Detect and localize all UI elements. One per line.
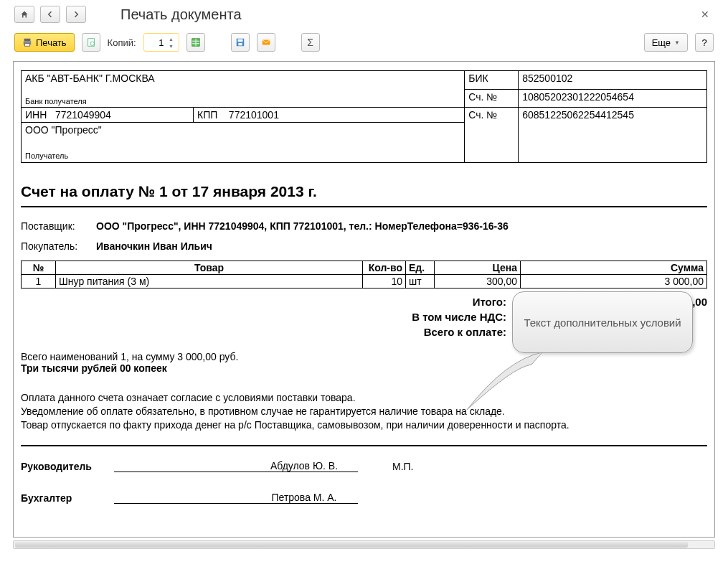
- bank-details-table: АКБ "АВТ-БАНК" Г.МОСКВА Банк получателя …: [21, 70, 707, 163]
- preview-icon: [86, 37, 96, 47]
- kpp-value: 772101001: [229, 109, 279, 121]
- summary-words: Три тысячи рублей 00 копеек: [21, 362, 707, 374]
- table-icon: [191, 37, 201, 47]
- kpp-label: КПП: [197, 109, 217, 121]
- rule: [21, 206, 707, 207]
- payer-acc-label: Сч. №: [465, 108, 519, 163]
- more-button[interactable]: Еще ▼: [644, 33, 688, 52]
- cell-unit: шт: [406, 275, 435, 288]
- envelope-icon: [261, 37, 271, 47]
- copies-spinner[interactable]: ▲ ▼: [167, 35, 176, 50]
- bank-name: АКБ "АВТ-БАНК" Г.МОСКВА: [25, 72, 460, 84]
- col-sum: Сумма: [521, 261, 707, 275]
- bank-acc-value: 10805202301222054654: [519, 89, 707, 108]
- items-table: № Товар Кол-во Ед. Цена Сумма 1 Шнур пит…: [21, 261, 707, 288]
- recipient-label: Получатель: [25, 151, 460, 160]
- page-title: Печать документа: [120, 6, 242, 23]
- table-row: 1 Шнур питания (3 м) 10 шт 300,00 3 000,…: [22, 275, 707, 288]
- email-button[interactable]: [257, 33, 275, 52]
- scrollbar-thumb[interactable]: [15, 542, 688, 548]
- terms-l2: Уведомление об оплате обязательно, в про…: [21, 405, 707, 418]
- forward-button[interactable]: [66, 6, 86, 23]
- acc-label: Бухгалтер: [21, 492, 114, 504]
- svg-rect-0: [24, 39, 31, 42]
- chevron-down-icon: ▼: [674, 39, 680, 46]
- payer-name: ООО "Прогресс": [25, 124, 460, 136]
- back-button[interactable]: [40, 6, 60, 23]
- recipient-bank-label: Банк получателя: [25, 97, 460, 105]
- cell-name: Шнур питания (3 м): [56, 275, 363, 288]
- callout-text: Текст дополнительных условий: [524, 316, 681, 329]
- supplier-value: ООО "Прогресс", ИНН 7721049904, КПП 7721…: [96, 220, 707, 232]
- acc-name: Петрова М. А.: [250, 492, 358, 504]
- callout: Текст дополнительных условий: [512, 291, 693, 353]
- invoice-title: Счет на оплату № 1 от 17 января 2013 г.: [21, 183, 707, 200]
- sig-head-row: Руководитель Абдулов Ю. В. М.П.: [21, 459, 707, 472]
- cell-num: 1: [22, 275, 56, 288]
- cell-sum: 3 000,00: [521, 275, 707, 288]
- svg-rect-2: [25, 44, 30, 47]
- terms: Оплата данного счета означает согласие с…: [21, 391, 707, 432]
- copies-label: Копий:: [108, 37, 136, 48]
- head-sign-line: [114, 459, 250, 472]
- floppy-icon: [235, 37, 245, 47]
- bik-value: 852500102: [519, 71, 707, 90]
- spin-up-icon[interactable]: ▲: [167, 35, 176, 42]
- sigma-icon: Σ: [307, 37, 313, 48]
- callout-tail-icon: [463, 349, 549, 413]
- col-num: №: [22, 261, 56, 275]
- col-qty: Кол-во: [363, 261, 406, 275]
- vsego-label: Всего к оплате:: [21, 326, 521, 338]
- col-unit: Ед.: [406, 261, 435, 275]
- bank-acc-label: Сч. №: [465, 89, 519, 108]
- preview-button[interactable]: [82, 33, 100, 52]
- terms-l1: Оплата данного счета означает согласие с…: [21, 391, 707, 405]
- toolbar: Печать Копий: ▲ ▼ Σ Еще ▼ ?: [0, 29, 728, 60]
- svg-rect-8: [238, 43, 242, 46]
- nds-label: В том числе НДС:: [21, 311, 521, 323]
- printer-icon: [22, 37, 32, 47]
- spin-down-icon[interactable]: ▼: [167, 42, 176, 50]
- print-label: Печать: [36, 37, 67, 48]
- buyer-label: Покупатель:: [21, 240, 96, 252]
- horizontal-scrollbar[interactable]: [13, 540, 715, 549]
- sig-rule: [21, 445, 707, 446]
- home-icon: [20, 10, 29, 19]
- supplier-label: Поставщик:: [21, 220, 96, 232]
- cell-qty: 10: [363, 275, 406, 288]
- summary: Всего наименований 1, на сумму 3 000,00 …: [21, 351, 707, 374]
- buyer-row: Покупатель: Иваночкин Иван Ильич: [21, 240, 707, 252]
- help-label: ?: [701, 37, 706, 48]
- home-button[interactable]: [14, 6, 34, 23]
- arrow-left-icon: [46, 10, 55, 19]
- terms-l3: Товар отпускается по факту прихода денег…: [21, 418, 707, 432]
- col-name: Товар: [56, 261, 363, 275]
- mp-label: М.П.: [392, 461, 414, 472]
- close-button[interactable]: ✕: [696, 9, 714, 20]
- settings-button[interactable]: [186, 33, 205, 52]
- bik-label: БИК: [465, 71, 519, 90]
- buyer-value: Иваночкин Иван Ильич: [96, 240, 707, 252]
- inn-value: 7721049904: [55, 109, 111, 121]
- head-name: Абдулов Ю. В.: [250, 460, 358, 472]
- cell-price: 300,00: [435, 275, 521, 288]
- more-label: Еще: [652, 37, 671, 48]
- itogo-label: Итого:: [21, 296, 521, 308]
- acc-sign-line: [114, 491, 250, 504]
- copies-input[interactable]: [144, 37, 166, 48]
- sum-button[interactable]: Σ: [301, 33, 320, 52]
- copies-field[interactable]: ▲ ▼: [143, 33, 179, 52]
- save-button[interactable]: [231, 33, 250, 52]
- document-area: АКБ "АВТ-БАНК" Г.МОСКВА Банк получателя …: [13, 61, 715, 538]
- sig-acc-row: Бухгалтер Петрова М. А.: [21, 491, 707, 504]
- arrow-right-icon: [72, 10, 80, 19]
- header-bar: Печать документа ✕: [0, 0, 728, 29]
- col-price: Цена: [435, 261, 521, 275]
- svg-rect-7: [237, 39, 242, 42]
- inn-label: ИНН: [25, 109, 47, 121]
- supplier-row: Поставщик: ООО "Прогресс", ИНН 772104990…: [21, 220, 707, 232]
- help-button[interactable]: ?: [695, 33, 714, 52]
- print-button[interactable]: Печать: [14, 33, 75, 52]
- head-label: Руководитель: [21, 461, 114, 472]
- payer-acc-value: 60851225062254412545: [519, 108, 707, 163]
